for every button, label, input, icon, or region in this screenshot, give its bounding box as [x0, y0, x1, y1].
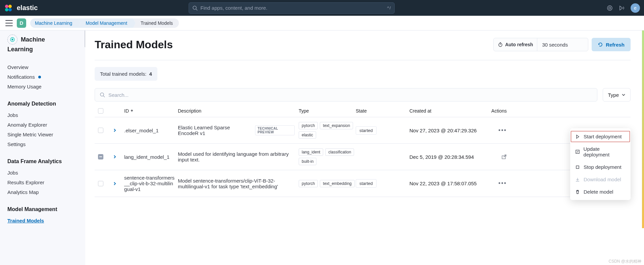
type-tags: pytorch text_expansion elastic — [299, 122, 356, 139]
sidebar-group-dfa: Data Frame Analytics — [7, 158, 80, 164]
page-title: Trained Models — [95, 39, 173, 51]
svg-point-3 — [8, 8, 12, 11]
total-models-badge: Total trained models: 4 — [95, 67, 157, 81]
table-row: .elser_model_1 Elastic Learned Sparse En… — [95, 117, 631, 144]
app-title-line2: Learning — [7, 46, 80, 53]
row-actions-menu: Start deployment Update deployment Stop … — [570, 128, 631, 200]
subheader: D Machine Learning Model Management Trai… — [0, 16, 644, 30]
svg-point-0 — [5, 5, 8, 8]
type-tag: pytorch — [299, 180, 318, 187]
row-actions-button[interactable]: ••• — [498, 180, 507, 187]
stop-icon — [575, 164, 580, 170]
svg-point-6 — [607, 6, 612, 10]
state-badge: started — [356, 126, 377, 135]
type-tag: classification — [325, 148, 354, 156]
expand-row-button[interactable] — [111, 153, 119, 161]
type-tag: elastic — [299, 131, 316, 139]
search-icon — [192, 5, 198, 11]
sidebar-item-analytics-map[interactable]: Analytics Map — [7, 187, 80, 197]
sidebar-item-notifications[interactable]: Notifications — [7, 72, 80, 82]
column-description[interactable]: Description — [178, 108, 299, 114]
column-id[interactable]: ID — [124, 108, 178, 114]
model-description: Model sentence-transformers/clip-ViT-B-3… — [178, 178, 299, 189]
breadcrumb-trained-models: Trained Models — [133, 18, 179, 28]
elastic-logo-icon — [4, 4, 13, 12]
column-state[interactable]: State — [356, 108, 409, 114]
menu-stop-deployment[interactable]: Stop deployment — [570, 161, 631, 173]
type-tag: pytorch — [299, 122, 318, 129]
row-actions-button[interactable]: ••• — [498, 127, 507, 134]
model-description: Model used for identifying language from… — [178, 151, 299, 162]
menu-update-deployment[interactable]: Update deployment — [570, 143, 631, 161]
type-tag: lang_ident — [299, 148, 323, 156]
newsfeed-icon[interactable] — [618, 5, 625, 11]
expand-row-button[interactable] — [111, 180, 119, 188]
type-tag: text_expansion — [320, 122, 353, 129]
breadcrumb-model-management[interactable]: Model Management — [78, 18, 133, 28]
sort-asc-icon — [130, 109, 134, 113]
timer-icon — [498, 42, 503, 47]
search-icon — [100, 92, 105, 97]
sidebar-item-settings[interactable]: Settings — [7, 139, 80, 149]
type-tags: lang_ident classification built-in — [299, 148, 356, 165]
svg-rect-15 — [502, 156, 505, 159]
help-icon[interactable] — [606, 5, 613, 11]
model-id: .elser_model_1 — [124, 128, 178, 133]
nav-toggle-button[interactable] — [5, 20, 13, 26]
download-icon — [575, 177, 580, 182]
space-selector[interactable]: D — [17, 18, 26, 28]
row-checkbox[interactable] — [98, 154, 103, 159]
search-shortcut-hint: ^/ — [387, 5, 391, 10]
created-at: Nov 27, 2023 @ 20:47:29.326 — [409, 128, 490, 133]
sidebar: Machine Learning Overview Notifications … — [0, 30, 85, 265]
svg-point-4 — [193, 6, 196, 9]
elastic-logo[interactable]: elastic — [4, 4, 38, 12]
model-description: Elastic Learned Sparse EncodeR v1 — [178, 125, 252, 136]
expand-row-button[interactable] — [111, 126, 119, 134]
type-tag: text_embedding — [320, 180, 354, 187]
svg-point-2 — [5, 8, 8, 11]
state-badge: started — [356, 179, 377, 188]
sidebar-item-overview[interactable]: Overview — [7, 62, 80, 72]
type-tags: pytorch text_embedding — [299, 180, 356, 187]
auto-refresh-picker[interactable]: Auto refresh 30 seconds — [493, 38, 588, 51]
menu-delete-model[interactable]: Delete model — [570, 186, 631, 198]
row-checkbox[interactable] — [98, 181, 103, 186]
column-type[interactable]: Type — [299, 108, 356, 114]
global-search-input[interactable]: Find apps, content, and more. ^/ — [189, 2, 395, 14]
sidebar-item-trained-models[interactable]: Trained Models — [7, 216, 80, 225]
refresh-button[interactable]: Refresh — [592, 38, 631, 51]
sidebar-item-memory-usage[interactable]: Memory Usage — [7, 82, 80, 91]
svg-point-1 — [8, 5, 12, 8]
decorative-bar — [642, 30, 644, 228]
models-search-input[interactable]: Search... — [95, 88, 597, 102]
auto-refresh-label: Auto refresh — [505, 42, 533, 47]
sidebar-item-jobs-anomaly[interactable]: Jobs — [7, 110, 80, 120]
refresh-icon — [598, 42, 603, 47]
menu-download-model: Download model — [570, 173, 631, 186]
sidebar-group-model-management: Model Management — [7, 206, 80, 212]
sidebar-group-anomaly: Anomaly Detection — [7, 101, 80, 107]
main-content: Trained Models Auto refresh 30 seconds R… — [85, 30, 644, 265]
notification-dot-icon — [38, 76, 41, 78]
breadcrumb-ml[interactable]: Machine Learning — [30, 18, 78, 28]
select-all-checkbox[interactable] — [98, 108, 103, 114]
breadcrumb: Machine Learning Model Management Traine… — [30, 18, 179, 28]
type-filter-dropdown[interactable]: Type — [603, 88, 631, 102]
created-at: Dec 5, 2019 @ 20:28:34.594 — [409, 154, 490, 160]
svg-point-7 — [609, 7, 611, 9]
sidebar-item-jobs-dfa[interactable]: Jobs — [7, 168, 80, 178]
column-created[interactable]: Created at — [409, 108, 490, 114]
tech-preview-badge: TECHNICAL PREVIEW — [255, 125, 295, 135]
svg-point-13 — [100, 93, 104, 96]
sidebar-item-results-explorer[interactable]: Results Explorer — [7, 178, 80, 187]
menu-start-deployment[interactable]: Start deployment — [570, 130, 631, 143]
sidebar-item-single-metric-viewer[interactable]: Single Metric Viewer — [7, 130, 80, 139]
model-id: sentence-transformers__clip-vit-b-32-mul… — [124, 175, 178, 192]
row-checkbox[interactable] — [98, 128, 103, 133]
sidebar-item-anomaly-explorer[interactable]: Anomaly Explorer — [7, 120, 80, 130]
row-actions-button[interactable] — [501, 154, 507, 159]
user-avatar[interactable]: e — [631, 3, 640, 13]
global-topbar: elastic Find apps, content, and more. ^/… — [0, 0, 644, 16]
type-tag: built-in — [299, 158, 316, 165]
